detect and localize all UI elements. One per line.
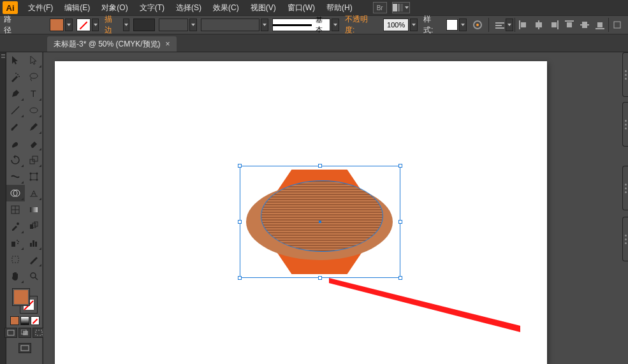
fill-swatch[interactable] (50, 18, 64, 31)
opacity-input[interactable]: 100% (383, 18, 409, 31)
blend-tool[interactable] (25, 218, 43, 235)
selection-tool[interactable] (6, 52, 25, 69)
svg-rect-50 (33, 240, 34, 247)
stroke-swatch[interactable] (77, 18, 91, 31)
hand-tool[interactable] (6, 268, 25, 284)
stroke-dropdown[interactable] (92, 18, 99, 31)
menu-effect[interactable]: 效果(C) (208, 1, 244, 15)
align-hcenter-button[interactable] (532, 18, 546, 32)
close-icon[interactable]: × (166, 40, 170, 48)
width-tool[interactable] (6, 168, 25, 185)
artboard-tool[interactable] (6, 251, 25, 268)
free-transform-tool[interactable] (25, 168, 43, 185)
symbol-sprayer-tool[interactable] (6, 235, 25, 251)
color-mode-none[interactable] (31, 316, 40, 325)
perspective-grid-tool[interactable] (25, 185, 43, 201)
fill-color-indicator[interactable] (12, 288, 30, 306)
magic-wand-tool[interactable] (6, 69, 25, 85)
pencil-tool[interactable] (25, 119, 43, 135)
resize-handle-tr[interactable] (398, 164, 402, 168)
app-menubar: Ai 文件(F) 编辑(E) 对象(O) 文字(T) 选择(S) 效果(C) 视… (0, 0, 628, 15)
color-mode-solid[interactable] (10, 316, 19, 325)
stroke-style-dropdown[interactable] (332, 18, 339, 31)
menu-type[interactable]: 文字(T) (135, 1, 170, 15)
eyedropper-tool[interactable] (6, 218, 25, 235)
arrange-documents-button[interactable] (392, 2, 410, 13)
align-panel-dropdown[interactable] (506, 18, 513, 31)
align-left-icon (519, 20, 528, 29)
mesh-tool[interactable] (6, 201, 25, 218)
stroke-width-input[interactable] (133, 18, 155, 31)
pen-tool[interactable] (6, 85, 25, 102)
brush-definition[interactable] (159, 18, 188, 31)
collapsed-panel-1[interactable] (622, 52, 628, 97)
svg-rect-52 (12, 256, 18, 263)
direct-selection-tool[interactable] (25, 52, 43, 69)
artboard[interactable] (55, 61, 547, 364)
color-mode-gradient[interactable] (20, 316, 29, 325)
graph-icon (29, 238, 39, 248)
canvas-viewport[interactable] (43, 52, 628, 364)
stroke-width-stepper[interactable] (123, 18, 129, 31)
collapsed-panel-2[interactable] (622, 102, 628, 147)
blob-brush-tool[interactable] (6, 135, 25, 152)
opacity-dropdown[interactable] (410, 18, 418, 31)
ellipse-tool[interactable] (25, 102, 43, 119)
align-panel-button[interactable] (493, 18, 507, 32)
graphic-style-dropdown[interactable] (459, 18, 467, 31)
resize-handle-ml[interactable] (238, 220, 242, 224)
resize-handle-tl[interactable] (238, 164, 242, 168)
resize-handle-tm[interactable] (318, 164, 322, 168)
resize-handle-bl[interactable] (238, 276, 242, 280)
transform-button[interactable] (610, 18, 624, 32)
align-bottom-button[interactable] (593, 18, 607, 32)
lasso-tool[interactable] (25, 69, 43, 85)
type-tool[interactable]: T (25, 85, 43, 102)
align-right-button[interactable] (547, 18, 561, 32)
menu-view[interactable]: 视图(V) (245, 1, 281, 15)
menu-file[interactable]: 文件(F) (23, 1, 58, 15)
slice-tool[interactable] (25, 251, 43, 268)
align-vcenter-button[interactable] (578, 18, 592, 32)
menu-help[interactable]: 帮助(H) (321, 1, 358, 15)
document-tab[interactable]: 未标题-3* @ 50% (CMYK/预览) × (47, 36, 177, 52)
screen-mode-button[interactable] (18, 343, 31, 353)
variable-width-profile[interactable] (201, 18, 259, 31)
gradient-tool[interactable] (25, 201, 43, 218)
document-tab-title: 未标题-3* @ 50% (CMYK/预览) (54, 39, 161, 50)
align-top-button[interactable] (562, 18, 576, 32)
menu-window[interactable]: 窗口(W) (282, 1, 320, 15)
zoom-tool[interactable] (25, 268, 43, 284)
bridge-button[interactable]: Br (373, 2, 387, 13)
fill-stroke-indicator[interactable] (12, 288, 38, 314)
draw-behind-mode[interactable] (18, 328, 31, 338)
resize-handle-bm[interactable] (318, 276, 322, 280)
panel-dock-left-edge[interactable] (0, 52, 6, 364)
collapsed-panel-3[interactable] (622, 166, 628, 210)
selection-center-point[interactable] (319, 221, 321, 223)
resize-handle-mr[interactable] (398, 220, 402, 224)
eraser-tool[interactable] (25, 135, 43, 152)
fill-dropdown[interactable] (65, 18, 73, 31)
brush-dropdown[interactable] (189, 18, 197, 31)
variable-width-dropdown[interactable] (261, 18, 268, 31)
scale-tool[interactable] (25, 152, 43, 168)
svg-rect-58 (36, 330, 42, 335)
svg-rect-17 (582, 22, 587, 28)
collapsed-panel-4[interactable] (622, 217, 628, 261)
graphic-style-swatch[interactable] (446, 19, 458, 31)
menu-edit[interactable]: 编辑(E) (59, 1, 95, 15)
menu-object[interactable]: 对象(O) (96, 1, 133, 15)
line-tool[interactable] (6, 102, 25, 119)
draw-normal-mode[interactable] (4, 328, 17, 338)
align-left-button[interactable] (516, 18, 530, 32)
paintbrush-tool[interactable] (6, 119, 25, 135)
svg-rect-19 (597, 22, 602, 27)
recolor-button[interactable] (471, 18, 485, 32)
align-right-icon (550, 20, 559, 29)
shape-builder-tool[interactable] (6, 185, 25, 201)
column-graph-tool[interactable] (25, 235, 43, 251)
menu-select[interactable]: 选择(S) (171, 1, 207, 15)
stroke-style-preview[interactable]: 基本 (272, 18, 331, 31)
rotate-tool[interactable] (6, 152, 25, 168)
